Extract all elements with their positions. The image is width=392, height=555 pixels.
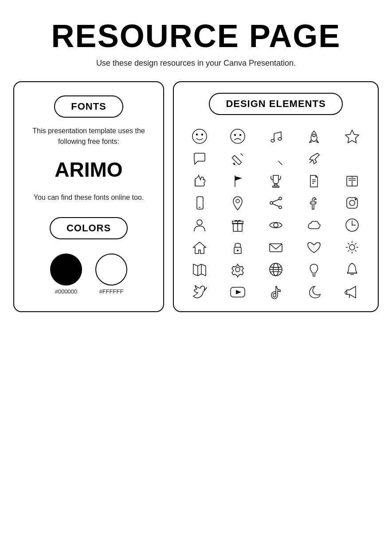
icon-facebook [297, 194, 331, 212]
icon-eye [259, 216, 293, 234]
icon-book [335, 172, 369, 190]
color-hex-white: #FFFFFF [99, 288, 124, 295]
icon-pin [297, 150, 331, 167]
svg-point-48 [349, 245, 355, 250]
svg-marker-9 [345, 130, 359, 143]
color-swatches: #000000 #FFFFFF [50, 254, 127, 295]
color-swatch-black: #000000 [50, 254, 82, 295]
icon-smiley [183, 127, 216, 145]
svg-point-4 [235, 135, 236, 136]
svg-point-32 [279, 206, 282, 209]
right-panel: DESIGN ELEMENTS [173, 81, 379, 312]
svg-line-33 [273, 199, 279, 202]
icon-megaphone [335, 283, 369, 301]
fonts-description: This presentation template uses the foll… [25, 126, 153, 147]
svg-line-12 [278, 161, 282, 165]
icons-grid [183, 127, 369, 301]
svg-point-46 [237, 250, 239, 251]
icon-sad [221, 127, 255, 145]
svg-line-53 [348, 243, 349, 245]
icon-search [259, 150, 293, 167]
svg-point-3 [231, 129, 245, 143]
svg-point-38 [197, 220, 202, 225]
fonts-label: FONTS [54, 95, 123, 118]
icon-home [183, 238, 216, 256]
icon-bell [335, 261, 369, 278]
icon-location [221, 194, 255, 212]
icon-lock [221, 238, 255, 256]
svg-point-37 [355, 198, 357, 200]
icon-rocket [297, 127, 331, 145]
color-swatch-white: #FFFFFF [95, 254, 127, 295]
icon-globe [259, 261, 293, 278]
icon-chat [183, 150, 216, 167]
icon-map [183, 261, 216, 278]
svg-point-5 [240, 135, 241, 136]
icon-sun [335, 238, 369, 256]
icon-flag [221, 172, 255, 190]
colors-section: COLORS #000000 #FFFFFF [25, 217, 153, 295]
svg-line-54 [355, 250, 357, 252]
icon-music [259, 127, 293, 145]
svg-line-56 [348, 250, 349, 252]
icon-youtube [221, 283, 255, 301]
color-circle-black [50, 254, 82, 285]
svg-rect-17 [273, 186, 279, 187]
icon-clock [335, 216, 369, 234]
icon-instagram [335, 194, 369, 212]
color-hex-black: #000000 [55, 288, 78, 295]
icon-gift [221, 216, 255, 234]
svg-point-29 [236, 199, 239, 203]
icon-moon [297, 283, 331, 301]
svg-point-8 [313, 134, 315, 137]
svg-marker-44 [193, 242, 206, 254]
icon-star [335, 127, 369, 145]
icon-lightbulb [297, 261, 331, 278]
fonts-find: You can find these fonts online too. [34, 192, 144, 203]
icon-placeholder5 [335, 150, 369, 167]
svg-point-36 [349, 200, 355, 206]
icon-cloud [297, 216, 331, 234]
svg-point-2 [202, 134, 203, 135]
svg-point-30 [270, 202, 273, 204]
icon-trophy [259, 172, 293, 190]
svg-point-60 [235, 267, 240, 272]
icon-phone [183, 194, 216, 212]
icon-envelope [259, 238, 293, 256]
icon-twitter [183, 283, 216, 301]
page-title: RESOURCE PAGE [51, 18, 341, 54]
colors-label: COLORS [50, 217, 128, 239]
svg-point-1 [196, 134, 198, 135]
font-name: ARIMO [55, 158, 122, 182]
svg-point-0 [192, 129, 207, 143]
icon-gear [221, 261, 255, 278]
icon-share [259, 194, 293, 212]
icon-user [183, 216, 216, 234]
svg-line-55 [355, 243, 357, 245]
page-subtitle: Use these design resources in your Canva… [96, 59, 296, 68]
svg-point-42 [274, 223, 278, 227]
icon-pencil [221, 150, 255, 167]
icon-tiktok [259, 283, 293, 301]
main-grid: FONTS This presentation template uses th… [13, 81, 379, 312]
icon-document [297, 172, 331, 190]
svg-marker-69 [236, 290, 241, 294]
svg-marker-57 [193, 264, 206, 276]
left-panel: FONTS This presentation template uses th… [13, 81, 164, 312]
icon-heart [297, 238, 331, 256]
design-elements-label: DESIGN ELEMENTS [209, 93, 342, 115]
svg-point-31 [279, 197, 282, 200]
color-circle-white [95, 254, 127, 285]
svg-line-34 [273, 204, 279, 206]
icon-thumbsup [183, 172, 216, 190]
